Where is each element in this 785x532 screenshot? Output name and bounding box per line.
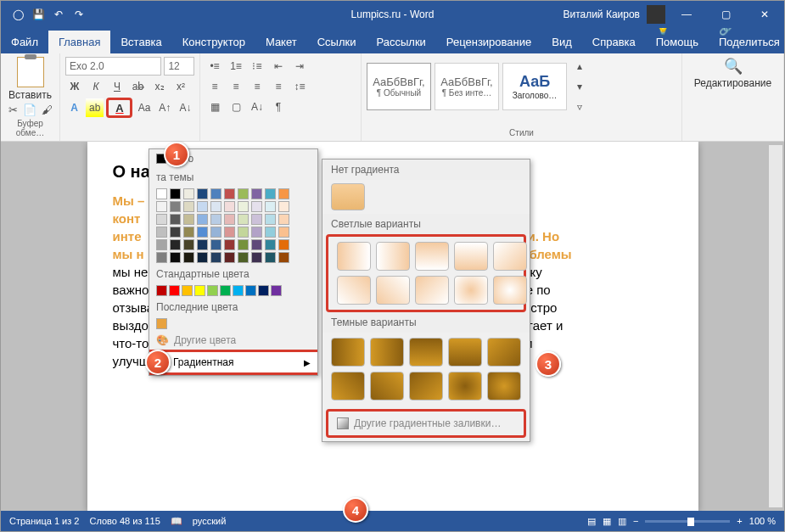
palette-icon: 🎨: [156, 334, 169, 346]
status-spell-icon[interactable]: 📖: [171, 516, 182, 527]
callout-1: 1: [164, 142, 189, 167]
sub-button[interactable]: x₂: [150, 77, 169, 96]
redo-icon[interactable]: ↷: [72, 8, 86, 21]
strike-button[interactable]: ab̶: [129, 77, 148, 96]
theme-colors-label: та темы: [149, 168, 317, 187]
autosave-toggle[interactable]: ◯: [11, 8, 25, 21]
user-name[interactable]: Виталий Каиров: [563, 8, 640, 20]
light-variants-label: Светлые варианты: [322, 214, 530, 234]
callout-4: 4: [343, 497, 368, 523]
editing-button[interactable]: Редактирование: [694, 77, 771, 89]
line-spacing-button[interactable]: ↕≡: [290, 77, 309, 96]
undo-icon[interactable]: ↶: [52, 8, 65, 21]
minimize-button[interactable]: —: [667, 1, 706, 28]
titlebar: ◯ 💾 ↶ ↷ Lumpics.ru - Word Виталий Каиров…: [1, 1, 784, 28]
cut-icon[interactable]: ✂: [8, 104, 18, 116]
paste-icon[interactable]: [17, 57, 44, 87]
font-size-combo[interactable]: 12: [164, 57, 194, 76]
font-name-combo[interactable]: Exo 2.0: [65, 57, 161, 76]
ribbon-tabs: Файл Главная Вставка Конструктор Макет С…: [1, 28, 784, 53]
zoom-slider[interactable]: [645, 520, 730, 523]
chevron-right-icon: ▶: [304, 358, 311, 367]
align-left-button[interactable]: ≡: [205, 77, 224, 96]
find-icon[interactable]: 🔍: [724, 57, 743, 76]
standard-palette[interactable]: [149, 283, 317, 298]
font-color-dropdown: Авто та темы Стандартные цвета Последние…: [149, 148, 318, 376]
tab-home[interactable]: Главная: [48, 31, 110, 53]
zoom-out-button[interactable]: −: [633, 516, 638, 526]
tab-design[interactable]: Конструктор: [172, 31, 255, 53]
tab-layout[interactable]: Макет: [255, 31, 307, 53]
zoom-level[interactable]: 100 %: [749, 516, 776, 526]
callout-2: 2: [145, 350, 171, 375]
maximize-button[interactable]: ▢: [706, 1, 745, 28]
no-gradient-swatch[interactable]: [322, 180, 530, 214]
gradient-icon: [337, 417, 349, 429]
sup-button[interactable]: x²: [171, 77, 190, 96]
underline-button[interactable]: Ч: [108, 77, 126, 96]
style-nospace[interactable]: АаБбВвГг, ¶ Без инте…: [435, 63, 499, 110]
recent-palette[interactable]: [149, 316, 317, 331]
light-variants-grid[interactable]: [326, 234, 526, 312]
view-print-icon[interactable]: ▦: [603, 516, 611, 527]
styles-up-button[interactable]: ▴: [570, 57, 589, 76]
borders-button[interactable]: ▢: [227, 98, 245, 116]
dark-variants-grid[interactable]: [322, 333, 530, 406]
decrease-indent-button[interactable]: ⇤: [269, 57, 288, 76]
shrink-font-button[interactable]: A↓: [177, 98, 194, 117]
save-icon[interactable]: 💾: [31, 8, 45, 21]
grow-font-button[interactable]: A↑: [156, 98, 174, 117]
gradient-row[interactable]: Градиентная ▶: [149, 350, 317, 375]
more-colors-row[interactable]: 🎨 Другие цвета: [149, 331, 317, 350]
styles-more-button[interactable]: ▿: [570, 98, 589, 116]
ribbon: Вставить ✂ 📄 🖌 Буфер обме… Exo 2.0 12 Ж …: [1, 53, 784, 142]
italic-button[interactable]: К: [87, 77, 105, 96]
tab-references[interactable]: Ссылки: [307, 31, 367, 53]
align-center-button[interactable]: ≡: [227, 77, 245, 96]
tab-mailings[interactable]: Рассылки: [366, 31, 435, 53]
gradient-submenu: Нет градиента Светлые варианты Темные ва…: [322, 159, 530, 442]
theme-palette[interactable]: [149, 187, 317, 265]
text-effects-button[interactable]: A: [65, 98, 83, 117]
tab-view[interactable]: Вид: [541, 31, 582, 53]
justify-button[interactable]: ≡: [269, 77, 288, 96]
standard-colors-label: Стандартные цвета: [149, 265, 317, 283]
view-read-icon[interactable]: ▤: [587, 516, 596, 527]
align-right-button[interactable]: ≡: [248, 77, 266, 96]
font-color-button[interactable]: A: [106, 98, 132, 118]
dark-variants-label: Темные варианты: [322, 312, 530, 333]
more-gradients-row[interactable]: Другие градиентные заливки…: [326, 409, 526, 438]
tab-insert[interactable]: Вставка: [110, 31, 171, 53]
status-words[interactable]: Слово 48 из 115: [89, 516, 160, 526]
copy-icon[interactable]: 📄: [23, 104, 36, 116]
callout-3: 3: [535, 351, 561, 377]
increase-indent-button[interactable]: ⇥: [290, 57, 309, 76]
clipboard-label: Буфер обме…: [6, 119, 54, 137]
style-normal[interactable]: АаБбВвГг, ¶ Обычный: [367, 63, 431, 110]
bold-button[interactable]: Ж: [65, 77, 84, 96]
close-button[interactable]: ✕: [745, 1, 784, 28]
paste-button[interactable]: Вставить: [8, 89, 52, 101]
avatar[interactable]: [647, 5, 665, 24]
view-web-icon[interactable]: ▥: [618, 516, 626, 527]
char-shading-button[interactable]: Aa: [135, 98, 153, 117]
style-heading[interactable]: АаБ Заголово…: [502, 63, 567, 110]
tab-help[interactable]: Справка: [582, 31, 646, 53]
tab-file[interactable]: Файл: [1, 31, 48, 53]
format-painter-icon[interactable]: 🖌: [42, 104, 53, 116]
styles-down-button[interactable]: ▾: [570, 77, 589, 96]
sort-button[interactable]: A↓: [248, 98, 266, 116]
multilevel-button[interactable]: ⁝≡: [248, 57, 266, 76]
status-page[interactable]: Страница 1 из 2: [9, 516, 79, 526]
tab-review[interactable]: Рецензирование: [436, 31, 541, 53]
recent-colors-label: Последние цвета: [149, 298, 317, 316]
show-marks-button[interactable]: ¶: [269, 98, 288, 116]
numbering-button[interactable]: 1≡: [227, 57, 245, 76]
status-lang[interactable]: русский: [193, 516, 226, 526]
bullets-button[interactable]: •≡: [205, 57, 224, 76]
highlight-button[interactable]: ab: [86, 98, 104, 117]
shading-button[interactable]: ▦: [205, 98, 224, 116]
zoom-in-button[interactable]: +: [737, 516, 742, 526]
vertical-scrollbar[interactable]: [769, 145, 782, 507]
statusbar: Страница 1 из 2 Слово 48 из 115 📖 русски…: [1, 511, 784, 531]
